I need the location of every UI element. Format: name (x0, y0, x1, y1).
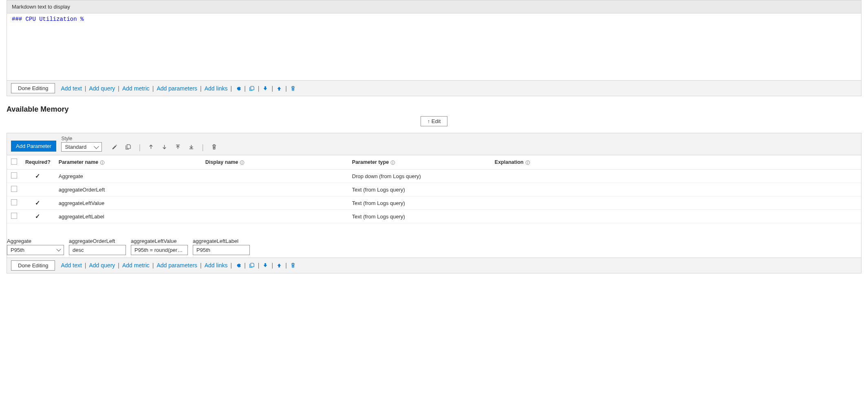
parameters-table: Required? Parameter name Display name Pa… (7, 155, 861, 236)
cell-type: Text (from Logs query) (348, 210, 491, 223)
preview-label: Aggregate (7, 238, 64, 244)
preview-label: aggregateLeftLabel (193, 238, 250, 244)
add-links-link[interactable]: Add links (205, 85, 228, 92)
param-move-top-icon[interactable] (175, 144, 181, 150)
info-icon[interactable] (390, 160, 395, 165)
cell-explanation (491, 170, 861, 183)
col-display-name: Display name (201, 155, 348, 170)
info-icon[interactable] (100, 160, 105, 165)
cell-name: aggregateLeftValue (55, 196, 201, 210)
check-icon: ✓ (35, 199, 40, 206)
add-text-link[interactable]: Add text (61, 85, 82, 92)
add-links-link[interactable]: Add links (205, 262, 228, 269)
parameters-toolbar: Add Parameter Style Standard | | (7, 133, 861, 155)
markdown-content: ### CPU Utilization % (12, 16, 84, 22)
cell-display (201, 183, 348, 196)
param-preview: Aggregate P95th aggregateOrderLeft desc … (7, 236, 861, 258)
edit-button[interactable]: ↑ Edit (421, 116, 448, 126)
cell-display (201, 170, 348, 183)
delete-icon[interactable] (290, 85, 296, 92)
row-checkbox[interactable] (11, 213, 17, 219)
row-checkbox[interactable] (11, 172, 17, 178)
style-value: Standard (65, 144, 86, 150)
param-delete-icon[interactable] (211, 144, 217, 150)
parameters-panel: Add Parameter Style Standard | | (7, 133, 861, 273)
table-row[interactable]: ✓aggregateLeftLabelText (from Logs query… (7, 210, 861, 223)
cell-display (201, 196, 348, 210)
add-query-link[interactable]: Add query (89, 262, 115, 269)
edit-param-icon[interactable] (112, 144, 118, 150)
markdown-footer: Done Editing Add text | Add query | Add … (7, 81, 861, 96)
section-title: Available Memory (7, 105, 861, 114)
move-up-icon[interactable] (276, 85, 282, 92)
select-all-checkbox[interactable] (11, 159, 17, 165)
copy-icon[interactable] (249, 85, 255, 92)
add-metric-link[interactable]: Add metric (122, 262, 150, 269)
param-move-up-icon[interactable] (148, 144, 154, 150)
add-parameter-button[interactable]: Add Parameter (11, 141, 56, 152)
cell-type: Text (from Logs query) (348, 196, 491, 210)
table-row[interactable]: ✓aggregateLeftValueText (from Logs query… (7, 196, 861, 210)
add-query-link[interactable]: Add query (89, 85, 115, 92)
settings-icon[interactable] (235, 85, 241, 92)
param-move-bottom-icon[interactable] (188, 144, 194, 150)
cell-name: Aggregate (55, 170, 201, 183)
delete-icon[interactable] (290, 262, 296, 269)
col-required: Required? (21, 155, 55, 170)
param-move-down-icon[interactable] (161, 144, 167, 150)
check-icon: ✓ (35, 172, 40, 179)
copy-icon[interactable] (249, 262, 255, 269)
row-checkbox[interactable] (11, 199, 17, 205)
add-parameters-link[interactable]: Add parameters (157, 262, 198, 269)
col-explanation: Explanation (491, 155, 861, 170)
markdown-header: Markdown text to display (7, 0, 861, 13)
cell-type: Drop down (from Logs query) (348, 170, 491, 183)
check-icon: ✓ (35, 213, 40, 220)
col-param-name: Parameter name (55, 155, 201, 170)
add-metric-link[interactable]: Add metric (122, 85, 150, 92)
add-parameters-link[interactable]: Add parameters (157, 85, 198, 92)
duplicate-param-icon[interactable] (125, 144, 131, 150)
markdown-panel: Markdown text to display ### CPU Utiliza… (7, 0, 861, 96)
aggregate-left-label-input[interactable]: P95th (193, 245, 250, 255)
table-row[interactable]: ✓AggregateDrop down (from Logs query) (7, 170, 861, 183)
cell-type: Text (from Logs query) (348, 183, 491, 196)
cell-name: aggregateOrderLeft (55, 183, 201, 196)
add-text-link[interactable]: Add text (61, 262, 82, 269)
cell-explanation (491, 196, 861, 210)
col-param-type: Parameter type (348, 155, 491, 170)
move-down-icon[interactable] (262, 85, 269, 92)
info-icon[interactable] (525, 160, 530, 165)
preview-label: aggregateLeftValue (131, 238, 188, 244)
move-down-icon[interactable] (262, 262, 269, 269)
aggregate-dropdown[interactable]: P95th (7, 245, 64, 255)
table-row[interactable]: aggregateOrderLeftText (from Logs query) (7, 183, 861, 196)
settings-icon[interactable] (235, 262, 241, 269)
preview-label: aggregateOrderLeft (69, 238, 126, 244)
markdown-textarea[interactable]: ### CPU Utilization % (7, 13, 861, 81)
info-icon[interactable] (240, 160, 245, 165)
move-up-icon[interactable] (276, 262, 282, 269)
row-checkbox[interactable] (11, 186, 17, 192)
done-editing-button[interactable]: Done Editing (11, 260, 55, 271)
aggregate-order-left-input[interactable]: desc (69, 245, 126, 255)
aggregate-left-value-input[interactable]: P95th = round(percenti… (131, 245, 188, 255)
style-select[interactable]: Standard (61, 142, 102, 152)
cell-explanation (491, 183, 861, 196)
cell-display (201, 210, 348, 223)
style-label: Style (61, 136, 102, 141)
cell-explanation (491, 210, 861, 223)
parameters-footer: Done Editing Add text | Add query | Add … (7, 258, 861, 273)
done-editing-button[interactable]: Done Editing (11, 83, 55, 93)
cell-name: aggregateLeftLabel (55, 210, 201, 223)
